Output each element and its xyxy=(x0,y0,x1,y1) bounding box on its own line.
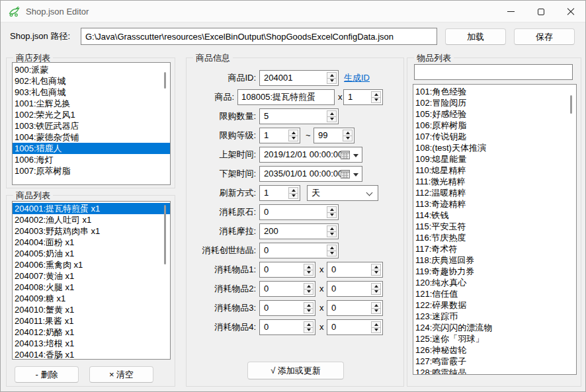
path-input[interactable] xyxy=(81,28,437,45)
item-list-scrollbar[interactable] xyxy=(570,95,572,114)
spinner-arrows-icon[interactable] xyxy=(304,283,314,295)
list-item[interactable]: 118:庆典巡回券 xyxy=(413,255,576,266)
list-item[interactable]: 1006:海灯 xyxy=(13,154,170,165)
spinner-arrows-icon[interactable] xyxy=(327,72,337,84)
list-item[interactable]: 204008:火腿 x1 xyxy=(13,282,170,293)
spinner-arrows-icon[interactable] xyxy=(371,91,381,103)
list-item[interactable]: 204004:面粉 x1 xyxy=(13,237,170,248)
spinner-arrows-icon[interactable] xyxy=(327,225,337,237)
load-button[interactable]: 加载 xyxy=(445,28,506,45)
goods-listbox[interactable]: 204001:提瓦特煎蛋 x1204002:渔人吐司 x1204003:野菇鸡肉… xyxy=(12,201,171,360)
refresh-value-spinner[interactable]: 1 xyxy=(259,185,300,201)
list-item[interactable]: 204005:奶油 x1 xyxy=(13,248,170,259)
save-button[interactable]: 保存 xyxy=(514,28,575,45)
list-item[interactable]: 125:迷你「羽球」 xyxy=(413,333,576,344)
list-item[interactable]: 116:节庆热度 xyxy=(413,232,576,243)
maximize-button[interactable] xyxy=(526,1,556,22)
close-button[interactable] xyxy=(556,1,585,22)
refresh-unit-combobox[interactable]: 天 xyxy=(307,185,378,201)
list-item[interactable]: 204014:香肠 x1 xyxy=(13,349,170,360)
cost-primogem-spinner[interactable]: 0 xyxy=(259,204,339,220)
list-item[interactable]: 902:礼包商城 xyxy=(13,75,170,87)
list-item[interactable]: 204002:渔人吐司 x1 xyxy=(13,214,170,225)
list-item[interactable]: 115:平安玉符 xyxy=(413,221,576,232)
spinner-arrows-icon[interactable] xyxy=(371,264,381,276)
cost-item3-id-spinner[interactable]: 0 xyxy=(259,300,315,316)
goods-count-spinner[interactable]: 1 xyxy=(343,89,383,105)
spinner-arrows-icon[interactable] xyxy=(343,130,353,141)
item-listbox[interactable]: 101:角色经验102:冒险阅历105:好感经验106:原粹树脂107:传说钥匙… xyxy=(413,84,577,375)
limit-level-max-spinner[interactable]: 99 xyxy=(314,128,355,143)
list-item[interactable]: 109:熄星能量 xyxy=(413,153,576,165)
spinner-arrows-icon[interactable] xyxy=(327,245,337,256)
list-item[interactable]: 117:奇术符 xyxy=(413,243,576,255)
spinner-arrows-icon[interactable] xyxy=(288,130,298,141)
dropdown-arrow-icon[interactable] xyxy=(353,154,358,157)
generate-id-link[interactable]: 生成ID xyxy=(344,70,370,86)
list-item[interactable]: 1003:铁匠武器店 xyxy=(13,120,170,132)
spinner-arrows-icon[interactable] xyxy=(304,302,314,314)
list-item[interactable]: 204007:黄油 x1 xyxy=(13,270,170,282)
list-item[interactable]: 120:纯水真心 xyxy=(413,277,576,288)
dropdown-arrow-icon[interactable] xyxy=(353,173,358,176)
list-item[interactable]: 204006:熏禽肉 x1 xyxy=(13,259,170,270)
list-item[interactable]: 204009:糖 x1 xyxy=(13,293,170,304)
spinner-arrows-icon[interactable] xyxy=(371,283,381,295)
goods-list-scrollbar[interactable] xyxy=(164,205,166,264)
list-item[interactable]: 121:信任值 xyxy=(413,288,576,299)
list-item[interactable]: 107:传说钥匙 xyxy=(413,131,576,142)
list-item[interactable]: 108:(test)天体推演 xyxy=(413,142,576,153)
cost-mora-spinner[interactable]: 200 xyxy=(259,223,339,239)
minimize-button[interactable] xyxy=(496,1,526,22)
cost-item3-count-spinner[interactable]: 0 xyxy=(327,300,383,316)
list-item[interactable]: 102:冒险阅历 xyxy=(413,97,576,108)
list-item[interactable]: 900:派蒙 xyxy=(13,64,170,75)
list-item[interactable]: 204001:提瓦特煎蛋 x1 xyxy=(13,203,170,214)
list-item[interactable]: 204011:果酱 x1 xyxy=(13,315,170,327)
spinner-arrows-icon[interactable] xyxy=(288,187,298,199)
list-item[interactable]: 111:微光精粹 xyxy=(413,176,576,187)
add-or-update-button[interactable]: √ 添加或更新 xyxy=(247,362,344,379)
list-item[interactable]: 105:好感经验 xyxy=(413,108,576,120)
list-item[interactable]: 119:奇趣协力券 xyxy=(413,266,576,277)
list-item[interactable]: 204013:培根 x1 xyxy=(13,338,170,349)
delete-goods-button[interactable]: - 删除 xyxy=(15,366,79,383)
list-item[interactable]: 204003:野菇鸡肉串 x1 xyxy=(13,225,170,237)
list-item[interactable]: 1002:荣光之风1 xyxy=(13,109,170,120)
cost-item2-id-spinner[interactable]: 0 xyxy=(259,281,315,297)
list-item[interactable]: 204010:蟹黄 x1 xyxy=(13,304,170,315)
cost-crystal-spinner[interactable]: 0 xyxy=(259,243,339,258)
cost-item4-id-spinner[interactable]: 0 xyxy=(259,319,315,335)
list-item[interactable]: 123:迷踪币 xyxy=(413,311,576,322)
goods-value-input[interactable] xyxy=(237,89,335,105)
list-item[interactable]: 903:礼包商城 xyxy=(13,87,170,98)
clear-goods-button[interactable]: × 清空 xyxy=(89,366,153,383)
cost-item4-count-spinner[interactable]: 0 xyxy=(327,319,383,335)
spinner-arrows-icon[interactable] xyxy=(304,264,314,276)
list-item[interactable]: 1005:猎鹿人 xyxy=(13,143,170,154)
limit-count-spinner[interactable]: 5 xyxy=(259,108,339,124)
spinner-arrows-icon[interactable] xyxy=(327,206,337,218)
spinner-arrows-icon[interactable] xyxy=(371,302,381,314)
cost-item1-id-spinner[interactable]: 0 xyxy=(259,262,315,278)
list-item[interactable]: 112:温暖精粹 xyxy=(413,187,576,198)
end-time-picker[interactable]: 2035/01/01 00:00:00 xyxy=(259,166,362,182)
cost-item2-count-spinner[interactable]: 0 xyxy=(327,281,383,297)
list-item[interactable]: 122:碎果数据 xyxy=(413,299,576,311)
list-item[interactable]: 110:熄星精粹 xyxy=(413,165,576,176)
list-item[interactable]: 126:神秘齿轮 xyxy=(413,344,576,356)
list-item[interactable]: 101:角色经验 xyxy=(413,86,576,97)
list-item[interactable]: 1004:蒙德杂货铺 xyxy=(13,132,170,143)
list-item[interactable]: 204012:奶酪 x1 xyxy=(13,327,170,338)
list-item[interactable]: 128:鸣雷纯晶 xyxy=(413,367,576,375)
spinner-arrows-icon[interactable] xyxy=(371,321,381,333)
goods-id-spinner[interactable]: 204001 xyxy=(259,70,339,86)
list-item[interactable]: 127:鸣雷霰子 xyxy=(413,356,576,367)
limit-level-min-spinner[interactable]: 1 xyxy=(259,128,300,143)
spinner-arrows-icon[interactable] xyxy=(327,110,337,122)
list-item[interactable]: 1007:原萃树脂 xyxy=(13,165,170,176)
spinner-arrows-icon[interactable] xyxy=(304,321,314,333)
begin-time-picker[interactable]: 2019/12/01 00:00:00 xyxy=(259,147,362,163)
list-item[interactable]: 114:铁钱 xyxy=(413,210,576,221)
shop-list-scrollbar[interactable] xyxy=(164,72,166,89)
